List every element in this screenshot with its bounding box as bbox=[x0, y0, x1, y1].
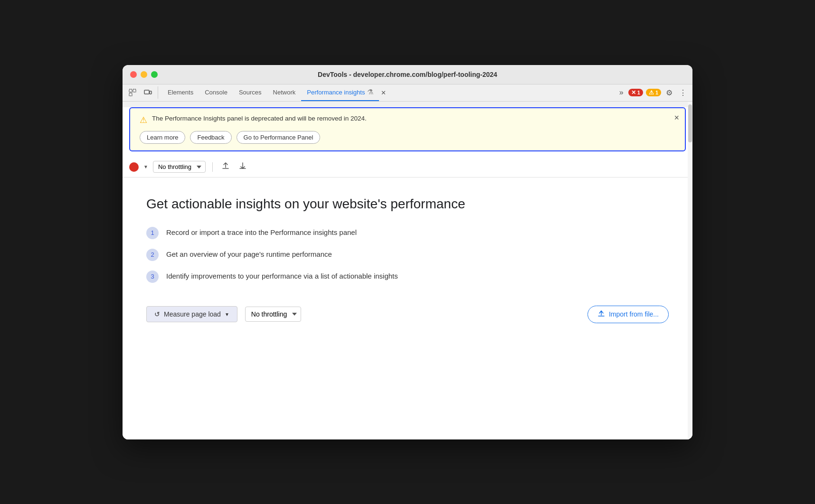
import-from-file-button[interactable]: Import from file... bbox=[588, 306, 669, 323]
go-to-panel-button[interactable]: Go to Performance Panel bbox=[237, 131, 321, 144]
tab-performance-insights[interactable]: Performance insights ⚗ bbox=[301, 84, 379, 101]
throttle-bottom-select[interactable]: No throttling Slow 4G Fast 3G Slow 3G Of… bbox=[245, 307, 301, 322]
svg-rect-4 bbox=[150, 91, 152, 94]
more-tabs-button[interactable]: » bbox=[617, 86, 625, 99]
scrollbar-thumb[interactable] bbox=[688, 104, 692, 142]
window-title: DevTools - developer.chrome.com/blog/per… bbox=[318, 71, 497, 78]
device-icon-button[interactable] bbox=[142, 86, 154, 99]
more-options-button[interactable]: ⋮ bbox=[677, 86, 689, 99]
step-text-2: Get an overview of your page's runtime p… bbox=[166, 249, 332, 258]
error-badge[interactable]: ✕ 1 bbox=[628, 89, 643, 96]
cursor-icon-button[interactable] bbox=[126, 86, 139, 99]
devtools-tabs: Elements Console Sources Network Perform… bbox=[123, 84, 692, 102]
svg-rect-2 bbox=[133, 89, 136, 92]
maximize-button[interactable] bbox=[151, 71, 158, 78]
toolbar-divider bbox=[212, 162, 213, 172]
settings-button[interactable]: ⚙ bbox=[664, 86, 674, 99]
measure-page-load-button[interactable]: ↺ Measure page load ▼ bbox=[146, 306, 237, 322]
step-number-1: 1 bbox=[146, 227, 159, 239]
scrollbar-track[interactable] bbox=[688, 102, 692, 439]
minimize-button[interactable] bbox=[141, 71, 147, 78]
steps-list: 1 Record or import a trace into the Perf… bbox=[146, 227, 669, 283]
toolbar: ▼ No throttling Slow 4G Fast 3G Slow 3G … bbox=[123, 157, 692, 177]
deprecation-banner: ⚠ The Performance Insights panel is depr… bbox=[129, 107, 686, 151]
svg-rect-1 bbox=[129, 93, 132, 96]
close-button[interactable] bbox=[130, 71, 137, 78]
banner-warning-icon: ⚠ bbox=[140, 115, 147, 125]
tab-console[interactable]: Console bbox=[199, 84, 233, 101]
main-heading: Get actionable insights on your website'… bbox=[146, 196, 669, 212]
banner-message: ⚠ The Performance Insights panel is depr… bbox=[140, 115, 675, 125]
error-icon: ✕ bbox=[631, 89, 636, 96]
list-item: 1 Record or import a trace into the Perf… bbox=[146, 227, 669, 239]
main-content: Get actionable insights on your website'… bbox=[123, 177, 692, 342]
refresh-icon: ↺ bbox=[154, 310, 160, 318]
step-number-2: 2 bbox=[146, 249, 159, 261]
step-text-3: Identify improvements to your performanc… bbox=[166, 271, 398, 280]
warning-icon: ⚠ bbox=[649, 89, 654, 96]
tab-icon-group bbox=[126, 86, 158, 99]
warning-badge[interactable]: ⚠ 1 bbox=[646, 89, 661, 96]
feedback-button[interactable]: Feedback bbox=[190, 131, 231, 144]
upload-button[interactable] bbox=[219, 161, 232, 173]
devtools-content: ⚠ The Performance Insights panel is depr… bbox=[123, 102, 692, 439]
step-text-1: Record or import a trace into the Perfor… bbox=[166, 227, 357, 236]
record-dropdown-button[interactable]: ▼ bbox=[143, 164, 148, 169]
measure-chevron-icon: ▼ bbox=[225, 312, 229, 317]
download-button[interactable] bbox=[237, 161, 249, 173]
svg-rect-0 bbox=[129, 89, 132, 92]
tab-close-button[interactable]: ✕ bbox=[379, 88, 388, 97]
tab-network[interactable]: Network bbox=[267, 84, 302, 101]
banner-actions: Learn more Feedback Go to Performance Pa… bbox=[140, 131, 675, 144]
list-item: 3 Identify improvements to your performa… bbox=[146, 271, 669, 283]
window-controls bbox=[130, 71, 158, 78]
throttle-select[interactable]: No throttling Slow 4G Fast 3G Slow 3G Of… bbox=[153, 161, 206, 173]
banner-close-button[interactable]: × bbox=[674, 113, 679, 123]
tab-sources[interactable]: Sources bbox=[233, 84, 267, 101]
learn-more-button[interactable]: Learn more bbox=[140, 131, 185, 144]
tab-elements[interactable]: Elements bbox=[162, 84, 199, 101]
import-icon bbox=[597, 310, 605, 319]
tab-right-controls: » ✕ 1 ⚠ 1 ⚙ ⋮ bbox=[617, 86, 689, 99]
step-number-3: 3 bbox=[146, 271, 159, 283]
svg-rect-3 bbox=[144, 90, 149, 94]
list-item: 2 Get an overview of your page's runtime… bbox=[146, 249, 669, 261]
bottom-actions: ↺ Measure page load ▼ No throttling Slow… bbox=[146, 306, 669, 323]
titlebar: DevTools - developer.chrome.com/blog/per… bbox=[123, 65, 692, 84]
record-button[interactable] bbox=[129, 162, 139, 172]
